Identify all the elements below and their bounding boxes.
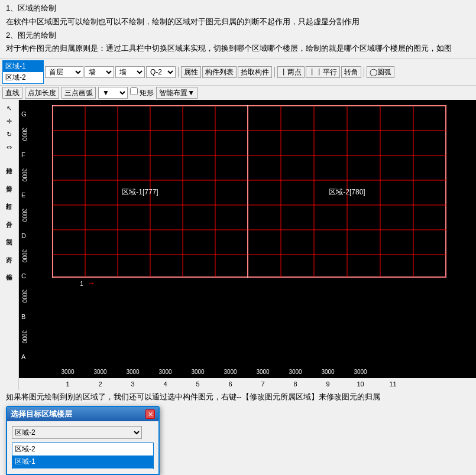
zone-item-2[interactable]: 区域-2: [3, 72, 43, 83]
code-select[interactable]: Q-2: [146, 66, 176, 78]
point-extend-btn[interactable]: 点加长度: [25, 87, 59, 99]
toolbar-row2: 直线 点加长度 三点画弧 ▼ 矩形 智能布置▼: [0, 86, 476, 100]
text-area: 1、区域的绘制 在软件中区域图元可以绘制也可以不绘制，绘制的区域对于图元归属的判…: [0, 0, 476, 58]
bottom-text: 如果将图元绘制到别的区域了，我们还可以通过选中构件图元，右键--【修改图元所属区…: [0, 390, 476, 404]
floor-select[interactable]: 首层: [45, 66, 83, 78]
tool-merge[interactable]: 合并: [2, 207, 17, 224]
sep3: [364, 67, 364, 77]
tool-select[interactable]: ↖: [2, 102, 17, 114]
y-label-D: D: [19, 232, 51, 239]
rect-check-label: 矩形: [130, 87, 154, 98]
smart-btn[interactable]: 智能布置▼: [156, 87, 197, 99]
svg-text:→: →: [87, 278, 95, 288]
dialog-select[interactable]: 区域-2: [12, 426, 142, 439]
left-sidebar: ↖ ✛ ↻ ⇔ 延伸 修剪 打断 合并 复制 对齐 偏移: [0, 100, 19, 390]
canvas-wrapper: G 3000 F 3000 E 3: [19, 100, 476, 390]
attr-btn[interactable]: 属性: [181, 66, 201, 78]
two-points-btn[interactable]: 丨两点: [277, 66, 305, 78]
corner-btn[interactable]: 转角: [341, 66, 361, 78]
x-num-10: 10: [344, 380, 377, 388]
dialog-list-item-2[interactable]: 区域-1: [12, 456, 153, 468]
type1-select[interactable]: 墙: [85, 66, 114, 78]
tool-offset[interactable]: 偏移: [2, 261, 17, 277]
y-val-FE: 3000: [19, 168, 51, 181]
y-val-BA: 3000: [19, 330, 51, 343]
y-label-G: G: [19, 110, 51, 118]
toolbar-container: 区域-1 区域-2 首层 墙 墙 Q-2 属性 构件: [0, 58, 476, 100]
dialog-select-row: 区域-2: [12, 426, 154, 439]
dialog-body: 区域-2 区域-2 区域-1: [7, 421, 158, 474]
x-num-2: 2: [84, 380, 116, 388]
tool-align[interactable]: 对齐: [2, 243, 17, 259]
y-label-C: C: [19, 272, 51, 279]
dialog-title-bar: 选择目标区域楼层 ✕: [7, 407, 158, 421]
type2-select[interactable]: 墙: [115, 66, 145, 78]
svg-text:1: 1: [80, 280, 83, 287]
three-arc-btn[interactable]: 三点画弧: [61, 87, 96, 99]
line-btn[interactable]: 直线: [2, 87, 22, 99]
section1-body: 在软件中区域图元可以绘制也可以不绘制，绘制的区域对于图元归属的判断不起作用，只起…: [6, 16, 470, 28]
sep1: [178, 67, 179, 77]
page-container: 1、区域的绘制 在软件中区域图元可以绘制也可以不绘制，绘制的区域对于图元归属的判…: [0, 0, 476, 475]
pick-btn[interactable]: 拾取构件: [238, 66, 272, 78]
dialog-area: 选择目标区域楼层 ✕ 区域-2 区域-2 区域-1: [0, 404, 476, 475]
x-num-7: 7: [247, 380, 279, 388]
sep2: [274, 67, 275, 77]
rect-checkbox[interactable]: [130, 87, 138, 95]
x-num-4: 4: [149, 380, 182, 388]
tool-trim[interactable]: 修剪: [2, 172, 17, 188]
parallel-btn[interactable]: 丨丨平行: [306, 66, 340, 78]
dialog: 选择目标区域楼层 ✕ 区域-2 区域-2 区域-1: [6, 406, 160, 475]
zone-dropdown[interactable]: 区域-1 区域-2: [2, 60, 44, 84]
x-num-1: 1: [51, 380, 84, 388]
x-axis-dims: 3000 3000 3000 3000 3000 3000 3000 3000 …: [19, 365, 476, 378]
dialog-list-item-1[interactable]: 区域-2: [12, 443, 153, 456]
section2-title: 2、图元的绘制: [6, 30, 470, 42]
tool-move[interactable]: ✛: [2, 115, 17, 127]
main-area: ↖ ✛ ↻ ⇔ 延伸 修剪 打断 合并 复制 对齐 偏移: [0, 100, 476, 390]
toolbar-row1: 区域-1 区域-2 首层 墙 墙 Q-2 属性 构件: [0, 59, 476, 86]
section1-title: 1、区域的绘制: [6, 2, 470, 15]
y-val-DC: 3000: [19, 249, 51, 262]
tool-copy[interactable]: 复制: [2, 225, 17, 242]
arc-select[interactable]: ▼: [98, 87, 128, 99]
x-num-6: 6: [214, 380, 247, 388]
y-val-ED: 3000: [19, 209, 51, 222]
dialog-close-btn[interactable]: ✕: [145, 409, 155, 419]
x-num-11: 11: [377, 380, 409, 388]
tool-extend[interactable]: 延伸: [2, 154, 17, 171]
zone-selected-item[interactable]: 区域-1: [3, 61, 43, 72]
x-num-5: 5: [182, 380, 214, 388]
circle-btn[interactable]: ◯圆弧: [367, 66, 394, 78]
canvas-area[interactable]: 区域-1[777] 区域-2[780] → 1: [51, 100, 476, 365]
tool-mirror[interactable]: ⇔: [2, 141, 17, 153]
x-axis-numbers: 1 2 3 4 5 6 7 8 9 10 11: [19, 378, 476, 390]
y-axis: G 3000 F 3000 E 3: [19, 100, 51, 365]
zone2-label: 区域-2[780]: [329, 188, 365, 196]
x-num-9: 9: [312, 380, 344, 388]
y-label-A: A: [19, 353, 51, 360]
x-num-8: 8: [279, 380, 312, 388]
tool-break[interactable]: 打断: [2, 190, 17, 206]
x-num-3: 3: [116, 380, 149, 388]
y-label-F: F: [19, 151, 51, 158]
tool-rotate[interactable]: ↻: [2, 128, 17, 140]
section2-body: 对于构件图元的归属原则是：通过工具栏中切换区域来实现，切换到哪个区域哪个楼层，绘…: [6, 43, 470, 55]
canvas-svg: 区域-1[777] 区域-2[780] → 1: [51, 100, 476, 365]
y-label-B: B: [19, 313, 51, 320]
dialog-title: 选择目标区域楼层: [11, 409, 72, 419]
zone1-label: 区域-1[777]: [122, 188, 158, 196]
y-val-GF: 3000: [19, 128, 51, 141]
component-list-btn[interactable]: 构件列表: [202, 66, 237, 78]
y-label-E: E: [19, 191, 51, 199]
y-val-CB: 3000: [19, 289, 51, 302]
dialog-list[interactable]: 区域-2 区域-1: [12, 443, 154, 469]
